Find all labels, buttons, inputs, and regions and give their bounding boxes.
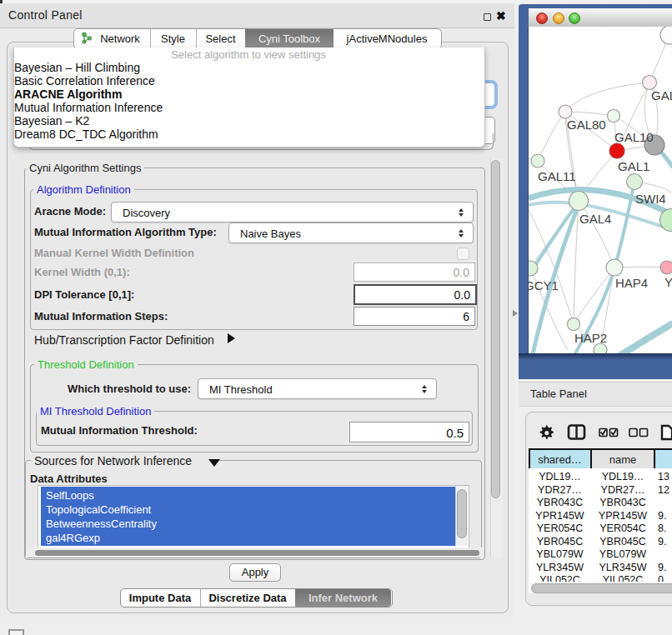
svg-text:GAL11: GAL11 — [538, 169, 576, 183]
svg-text:GAL10: GAL10 — [614, 130, 654, 144]
svg-text:GAL: GAL — [651, 88, 672, 102]
svg-text:YJ: YJ — [664, 275, 672, 289]
svg-text:GCY1: GCY1 — [528, 278, 559, 292]
svg-text:HAP4: HAP4 — [615, 276, 648, 290]
svg-text:SWI4: SWI4 — [635, 192, 666, 206]
svg-text:GAL80: GAL80 — [567, 118, 606, 132]
svg-text:GAL4: GAL4 — [579, 212, 611, 226]
svg-text:GAL1: GAL1 — [618, 159, 649, 173]
svg-text:HAP2: HAP2 — [574, 331, 607, 345]
